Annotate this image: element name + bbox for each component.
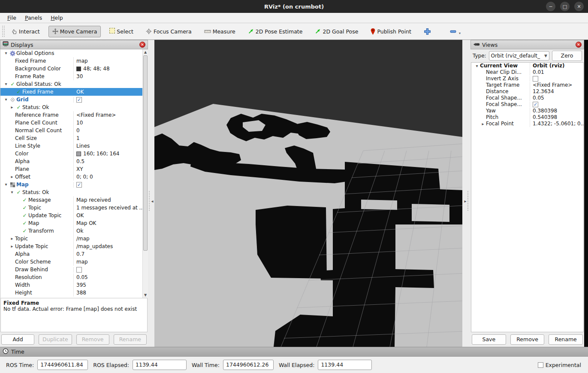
displays-row-update-topic[interactable]: ▸Update Topic/map_updates (0, 243, 142, 250)
displays-row-height[interactable]: Height388 (0, 289, 142, 297)
displays-scrollbar[interactable]: ▲ ▼ (142, 49, 148, 298)
add-tool-button[interactable] (420, 25, 435, 38)
displays-row-cell-size[interactable]: Cell Size1 (0, 134, 142, 142)
displays-row-color-scheme[interactable]: Color Schememap (0, 258, 142, 266)
tool-move-camera[interactable]: Move Camera (48, 26, 101, 37)
tool-focus-camera[interactable]: Focus Camera (142, 26, 196, 37)
displays-row-status-ok[interactable]: ▾✓Status: Ok (0, 188, 142, 196)
displays-row-fixed-frame[interactable]: Fixed Framemap (0, 57, 142, 65)
checkbox-checked[interactable]: ✓ (533, 102, 538, 107)
ros-elapsed-input[interactable]: 1139.44 (133, 360, 187, 370)
right-splitter[interactable]: ▸ (462, 40, 470, 347)
checkbox-unchecked[interactable] (76, 267, 82, 273)
views-row-invert-z-axis[interactable]: Invert Z Axis (471, 76, 583, 82)
property-value[interactable]: 0; 0; 0 (73, 173, 142, 181)
displays-close-button[interactable]: ✕ (139, 42, 145, 48)
views-row-focal-shape-[interactable]: Focal Shape...✓ (471, 101, 583, 108)
tool-2d-goal-pose[interactable]: 2D Goal Pose (311, 26, 362, 37)
displays-row-normal-cell-count[interactable]: Normal Cell Count0 (0, 127, 142, 134)
property-value[interactable] (73, 267, 142, 273)
property-value[interactable]: Map OK (73, 219, 142, 227)
views-row-target-frame[interactable]: Target Frame<Fixed Frame> (471, 82, 583, 88)
scroll-down-icon[interactable]: ▼ (143, 292, 148, 298)
views-remove-button[interactable]: Remove (510, 334, 545, 345)
displays-row-global-status-ok[interactable]: ▾✓Global Status: Ok (0, 80, 142, 88)
property-value[interactable]: 1 (73, 134, 142, 142)
property-value[interactable]: ✓ (73, 182, 142, 188)
property-value[interactable]: Ok (73, 227, 142, 235)
ros-time-input[interactable]: 1744960611.84 (37, 360, 88, 370)
property-value[interactable]: 0.7 (73, 250, 142, 258)
wall-elapsed-input[interactable]: 1139.44 (318, 360, 372, 370)
view-type-combobox[interactable]: Orbit (rviz_default_ ▼ (489, 51, 549, 61)
wall-time-input[interactable]: 1744960612.26 (223, 360, 274, 370)
toolbar-drag-handle[interactable] (2, 26, 5, 37)
left-splitter[interactable]: ◂ (148, 40, 154, 347)
property-value[interactable]: /map (73, 235, 142, 243)
property-value[interactable]: 1.4322; -5.0601; 0.... (530, 121, 583, 127)
property-value[interactable]: 0.540398 (530, 114, 583, 121)
zero-button[interactable]: Zero (552, 51, 582, 61)
views-rename-button[interactable]: Rename (549, 334, 583, 345)
property-value[interactable]: OK (73, 212, 142, 219)
displays-row-fixed-frame[interactable]: ✓Fixed FrameOK (0, 88, 142, 96)
displays-row-plane[interactable]: PlaneXY (0, 165, 142, 173)
displays-row-alpha[interactable]: Alpha0.7 (0, 250, 142, 258)
collapse-arrow-icon[interactable]: ▸ (9, 103, 15, 111)
scrollbar-thumb[interactable] (143, 55, 148, 251)
expand-arrow-icon[interactable]: ▾ (3, 80, 9, 88)
property-value[interactable]: 395 (73, 281, 142, 289)
displays-row-transform[interactable]: ✓TransformOk (0, 227, 142, 235)
views-save-button[interactable]: Save (472, 334, 506, 345)
tool-measure[interactable]: Measure (200, 26, 239, 37)
displays-row-topic[interactable]: ✓Topic1 messages received at .. (0, 204, 142, 212)
checkbox-unchecked[interactable] (533, 76, 538, 82)
views-row-near-clip-di-[interactable]: Near Clip Di...0.01 (471, 69, 583, 76)
checkbox-checked[interactable]: ✓ (76, 97, 82, 103)
expand-arrow-icon[interactable]: ▾ (3, 96, 9, 103)
property-value[interactable]: Map received (73, 196, 142, 204)
collapse-right-handle[interactable]: ▸ (462, 191, 470, 211)
property-value[interactable]: 0.5 (73, 158, 142, 165)
property-value[interactable]: <Fixed Frame> (73, 111, 142, 119)
property-value[interactable]: map (73, 258, 142, 266)
displays-row-background-color[interactable]: Background Color48; 48; 48 (0, 65, 142, 73)
views-row-focal-shape-[interactable]: Focal Shape...0.05 (471, 95, 583, 101)
displays-row-status-ok[interactable]: ▸✓Status: Ok (0, 103, 142, 111)
property-value[interactable]: 0.05 (530, 95, 583, 101)
displays-row-topic[interactable]: ▸Topic/map (0, 235, 142, 243)
expand-arrow-icon[interactable]: ▾ (3, 181, 9, 188)
displays-row-global-options[interactable]: ▾Global Options (0, 49, 142, 57)
displays-row-grid[interactable]: ▾Grid✓ (0, 96, 142, 103)
views-row-focal-point[interactable]: ▸Focal Point1.4322; -5.0601; 0.... (471, 121, 583, 127)
displays-row-message[interactable]: ✓MessageMap received (0, 196, 142, 204)
views-row-yaw[interactable]: Yaw0.380398 (471, 108, 583, 114)
collapse-arrow-icon[interactable]: ▸ (9, 235, 15, 243)
views-row-pitch[interactable]: Pitch0.540398 (471, 114, 583, 121)
expand-arrow-icon[interactable]: ▾ (9, 188, 15, 196)
property-value[interactable]: 388 (73, 289, 142, 297)
displays-row-alpha[interactable]: Alpha0.5 (0, 158, 142, 165)
property-value[interactable]: 0 (73, 127, 142, 134)
displays-row-offset[interactable]: ▸Offset0; 0; 0 (0, 173, 142, 181)
collapse-arrow-icon[interactable]: ▸ (9, 173, 15, 181)
property-value[interactable]: 10 (73, 119, 142, 127)
property-value[interactable]: map (73, 57, 142, 65)
collapse-arrow-icon[interactable]: ▸ (480, 121, 486, 127)
tool-publish-point[interactable]: Publish Point (367, 26, 415, 37)
scroll-up-icon[interactable]: ▲ (143, 49, 148, 55)
minimize-button[interactable]: ─ (546, 2, 555, 11)
displays-row-resolution[interactable]: Resolution0.05 (0, 273, 142, 281)
expand-arrow-icon[interactable]: ▾ (474, 63, 480, 69)
close-button[interactable]: ✕ (574, 2, 584, 11)
views-close-button[interactable]: ✕ (576, 42, 582, 48)
displays-add-button[interactable]: Add (1, 334, 34, 345)
property-value[interactable] (530, 76, 583, 82)
displays-row-update-topic[interactable]: ✓Update TopicOK (0, 212, 142, 219)
displays-row-line-style[interactable]: Line StyleLines (0, 142, 142, 150)
maximize-button[interactable]: □ (560, 2, 570, 11)
property-value[interactable]: 48; 48; 48 (73, 65, 142, 73)
collapse-arrow-icon[interactable]: ▸ (9, 243, 15, 250)
expand-arrow-icon[interactable]: ▾ (3, 49, 9, 57)
displays-row-plane-cell-count[interactable]: Plane Cell Count10 (0, 119, 142, 127)
